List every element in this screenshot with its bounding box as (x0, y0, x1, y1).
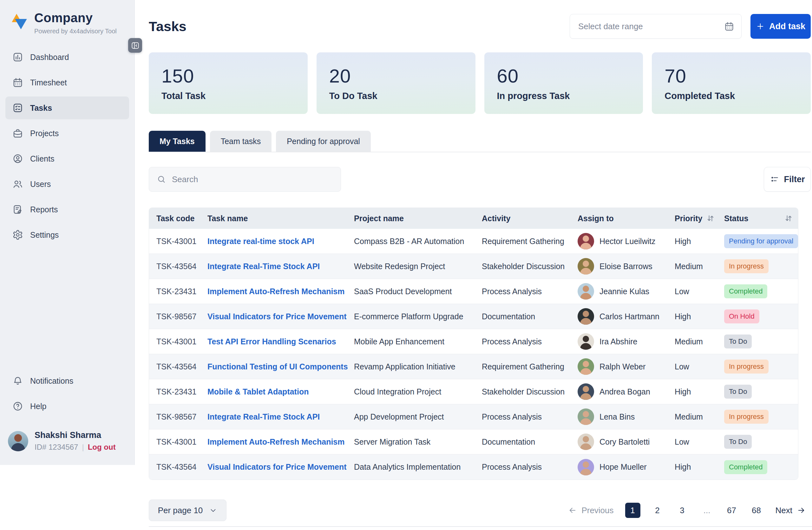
company-name: Company (34, 11, 117, 25)
task-name-cell: Implement Auto-Refresh Mechanism (207, 287, 354, 296)
assignee-name: Hector Lueilwitz (599, 237, 655, 246)
sort-icon (706, 214, 715, 223)
table-row[interactable]: TSK-43564Integrate Real-Time Stock APIWe… (149, 254, 798, 279)
task-name-link[interactable]: Functional Testing of UI Components (207, 362, 348, 371)
sidebar-item-label: Notifications (30, 376, 73, 386)
task-code: TSK-23431 (156, 387, 207, 396)
add-task-button[interactable]: Add task (751, 14, 811, 39)
assignee-name: Jeannie Kulas (599, 287, 649, 296)
task-name-link[interactable]: Integrate real-time stock API (207, 237, 314, 246)
date-range-picker[interactable]: Select date range (570, 14, 742, 39)
task-code: TSK-98567 (156, 412, 207, 421)
sidebar-item-dashboard[interactable]: Dashboard (5, 46, 129, 69)
help-icon (12, 401, 23, 412)
sidebar-item-help[interactable]: Help (5, 395, 129, 418)
sidebar-item-projects[interactable]: Projects (5, 122, 129, 145)
sidebar-item-timesheet[interactable]: Timesheet (5, 71, 129, 94)
table-row[interactable]: TSK-43564Visual Indicators for Price Mov… (149, 455, 798, 479)
tab-my-tasks[interactable]: My Tasks (149, 131, 205, 152)
next-page-button[interactable]: Next (775, 505, 806, 515)
table-row[interactable]: TSK-43001Integrate real-time stock APICo… (149, 229, 798, 254)
user-card: Shakshi Sharma ID# 1234567 | Log out (5, 430, 129, 452)
priority: Medium (675, 412, 724, 421)
page-button-68[interactable]: 68 (749, 503, 764, 518)
column-header-priority[interactable]: Priority (675, 214, 724, 223)
table-row[interactable]: TSK-43001Test API Error Handling Scenari… (149, 329, 798, 354)
stat-value: 60 (497, 65, 630, 87)
page-buttons: 123...6768 (625, 503, 764, 518)
column-label: Status (724, 214, 748, 223)
page-button-3[interactable]: 3 (675, 503, 690, 518)
table-row[interactable]: TSK-43564Functional Testing of UI Compon… (149, 354, 798, 379)
assignee-name: Eloise Barrows (599, 262, 652, 271)
bell-icon (12, 375, 23, 386)
tab-pending-for-approval[interactable]: Pending for approval (276, 131, 371, 152)
table-body: TSK-43001Integrate real-time stock APICo… (149, 229, 798, 479)
page-button-2[interactable]: 2 (650, 503, 665, 518)
task-name-link[interactable]: Visual Indicators for Price Movement (207, 462, 347, 471)
arrow-right-icon (797, 506, 806, 515)
table-row[interactable]: TSK-98567Integrate Real-Time Stock APIAp… (149, 404, 798, 429)
tasks-icon (12, 102, 23, 113)
stat-label: In progress Task (497, 91, 630, 101)
task-code: TSK-43001 (156, 437, 207, 446)
column-header-status[interactable]: Status (724, 214, 798, 223)
priority: High (675, 312, 724, 321)
sort-icon (784, 214, 793, 223)
sidebar-item-notifications[interactable]: Notifications (5, 369, 129, 392)
status-cell: To Do (724, 385, 798, 399)
assignee-cell: Ira Abshire (578, 333, 675, 350)
task-name-link[interactable]: Integrate Real-Time Stock API (207, 412, 320, 421)
project-name: Server Migration Task (354, 437, 482, 446)
per-page-select[interactable]: Per page 10 (149, 500, 227, 521)
assignee-name: Hope Mueller (599, 462, 647, 472)
status-badge: To Do (724, 385, 752, 399)
task-name-link[interactable]: Mobile & Tablet Adaptation (207, 387, 309, 396)
sidebar-item-label: Dashboard (30, 53, 69, 62)
task-name-link[interactable]: Implement Auto-Refresh Mechanism (207, 437, 345, 446)
sidebar-item-users[interactable]: Users (5, 173, 129, 196)
activity: Process Analysis (482, 287, 578, 296)
stat-label: To Do Task (329, 91, 463, 101)
user-name: Shakshi Sharma (34, 430, 116, 440)
page-button-67[interactable]: 67 (724, 503, 739, 518)
column-header-task-code: Task code (156, 214, 207, 223)
avatar (578, 433, 594, 450)
activity: Stakeholder Discussion (482, 262, 578, 271)
table-row[interactable]: TSK-43001Implement Auto-Refresh Mechanis… (149, 429, 798, 455)
calendar-icon (724, 21, 734, 31)
search-box (149, 167, 341, 192)
assignee-name: Cory Bartoletti (599, 437, 650, 446)
avatar (578, 383, 594, 400)
logout-button[interactable]: Log out (88, 443, 116, 452)
task-name-link[interactable]: Implement Auto-Refresh Mechanism (207, 287, 345, 296)
priority: Low (675, 437, 724, 446)
sidebar-item-tasks[interactable]: Tasks (5, 97, 129, 119)
table-row[interactable]: TSK-23431Mobile & Tablet AdaptationCloud… (149, 379, 798, 404)
task-name-cell: Integrate Real-Time Stock API (207, 262, 354, 271)
panel-collapse-icon (131, 41, 140, 50)
search-input[interactable] (172, 174, 333, 184)
sidebar-collapse-button[interactable] (128, 38, 142, 53)
priority: High (675, 237, 724, 246)
assignee-cell: Hope Mueller (578, 459, 675, 475)
previous-page-button[interactable]: Previous (568, 505, 613, 515)
project-name: SaaS Product Development (354, 287, 482, 296)
task-name-link[interactable]: Integrate Real-Time Stock API (207, 262, 320, 271)
filter-button[interactable]: Filter (764, 167, 811, 192)
tab-team-tasks[interactable]: Team tasks (210, 131, 272, 152)
task-code: TSK-43564 (156, 462, 207, 472)
table-row[interactable]: TSK-98567Visual Indicators for Price Mov… (149, 304, 798, 329)
sidebar-item-settings[interactable]: Settings (5, 224, 129, 246)
page-button-1[interactable]: 1 (625, 503, 640, 518)
task-name-link[interactable]: Visual Indicators for Price Movement (207, 312, 347, 321)
sidebar-item-clients[interactable]: Clients (5, 147, 129, 170)
plus-icon (756, 22, 765, 31)
activity: Process Analysis (482, 462, 578, 472)
sidebar-item-reports[interactable]: Reports (5, 198, 129, 221)
status-cell: Completed (724, 284, 798, 298)
sidebar-footer-nav: NotificationsHelp (5, 369, 129, 418)
table-row[interactable]: TSK-23431Implement Auto-Refresh Mechanis… (149, 279, 798, 304)
task-name-link[interactable]: Test API Error Handling Scenarios (207, 337, 336, 346)
avatar (578, 258, 594, 274)
